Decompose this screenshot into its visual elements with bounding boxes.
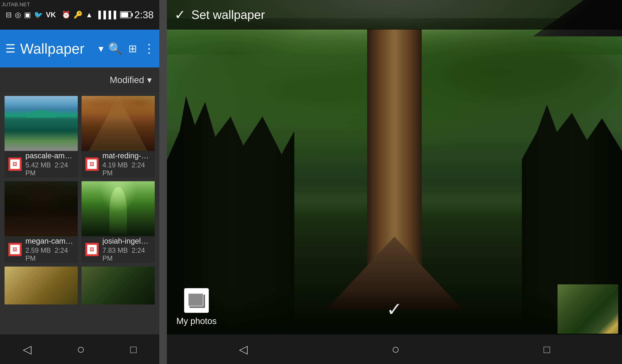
file-info-2: megan-campa... 2.59 MB 2:24 PM	[25, 237, 74, 262]
file-footer-1: 🖼 mat-reding-140... 4.19 MB 2:24 PM	[81, 151, 155, 177]
alarm-icon: ⏰	[62, 11, 71, 19]
right-nav-bar: ◁ ○ □	[167, 334, 622, 364]
my-photos-button[interactable]: My photos	[176, 288, 216, 326]
home-button[interactable]: ○	[77, 342, 85, 357]
file-name-1: mat-reding-140...	[102, 152, 151, 160]
file-name-0: pascale-amez-...	[25, 152, 74, 160]
hamburger-menu-icon[interactable]: ☰	[5, 42, 16, 55]
key-icon: 🔑	[74, 11, 82, 19]
voicemail-icon: ⊟	[6, 11, 12, 19]
focus-icon: ◎	[15, 11, 21, 19]
right-panel: ✓ Set wallpaper	[167, 0, 622, 364]
file-info-1: mat-reding-140... 4.19 MB 2:24 PM	[102, 152, 151, 177]
grid-view-icon[interactable]: ⊞	[128, 43, 137, 55]
app-bar: ☰ Wallpaper ▾ 🔍 ⊞ ⋮	[0, 30, 159, 67]
dropdown-icon[interactable]: ▾	[98, 43, 103, 55]
vk-icon: VK	[46, 11, 56, 19]
sort-bar: Modified ▾	[0, 67, 159, 92]
recents-button[interactable]: □	[130, 343, 137, 355]
status-bar-left: JUTAB.NET ⊟ ◎ ▣ 🐦 VK	[6, 11, 56, 19]
thumbnail-image	[558, 284, 618, 334]
right-recents-button[interactable]: □	[544, 343, 550, 355]
left-panel: JUTAB.NET ⊟ ◎ ▣ 🐦 VK ⏰ 🔑 ▲ ▐▐▐▐ 2:38 ☰ W…	[0, 0, 159, 364]
file-footer-3: 🖼 josiah-ingels-1... 7.83 MB 2:24 PM	[81, 236, 155, 263]
back-button[interactable]: ◁	[23, 343, 32, 356]
file-type-icon-1: 🖼	[85, 157, 99, 171]
file-item-0[interactable]: 🖼 pascale-amez-... 5.42 MB 2:24 PM	[4, 96, 78, 177]
my-photos-label: My photos	[176, 316, 216, 326]
file-info-3: josiah-ingels-1... 7.83 MB 2:24 PM	[102, 237, 151, 262]
selection-check-icon: ✓	[387, 299, 402, 320]
file-item-3[interactable]: 🖼 josiah-ingels-1... 7.83 MB 2:24 PM	[81, 181, 155, 263]
file-type-icon-3: 🖼	[85, 243, 99, 256]
confirm-check-icon[interactable]: ✓	[175, 7, 186, 22]
file-footer-2: 🖼 megan-campa... 2.59 MB 2:24 PM	[4, 236, 78, 263]
wallpaper-image-preview: My photos ✓	[167, 0, 622, 364]
file-grid: 🖼 pascale-amez-... 5.42 MB 2:24 PM	[0, 92, 159, 334]
file-grid-inner: 🖼 pascale-amez-... 5.42 MB 2:24 PM	[4, 96, 155, 305]
signal-icon: ▐▐▐▐	[96, 11, 116, 19]
sort-dropdown-icon[interactable]: ▾	[147, 75, 152, 85]
file-item-5[interactable]	[81, 267, 155, 305]
set-wallpaper-text[interactable]: Set wallpaper	[191, 8, 265, 22]
my-photos-icon	[184, 288, 209, 313]
file-thumbnail-5	[81, 267, 155, 305]
wifi-icon: ▲	[85, 11, 93, 19]
file-info-0: pascale-amez-... 5.42 MB 2:24 PM	[25, 152, 74, 177]
file-meta-3: 7.83 MB 2:24 PM	[102, 247, 151, 262]
file-meta-2: 2.59 MB 2:24 PM	[25, 247, 74, 262]
gallery-icon: ▣	[24, 11, 31, 19]
file-thumbnail-1	[81, 96, 155, 151]
file-item-1[interactable]: 🖼 mat-reding-140... 4.19 MB 2:24 PM	[81, 96, 155, 177]
sort-label[interactable]: Modified	[110, 75, 144, 85]
file-name-3: josiah-ingels-1...	[102, 237, 151, 245]
left-nav-bar: ◁ ○ □	[0, 334, 159, 364]
twitter-icon: 🐦	[34, 11, 43, 19]
file-meta-1: 4.19 MB 2:24 PM	[102, 161, 151, 177]
file-name-2: megan-campa...	[25, 237, 74, 245]
search-icon[interactable]: 🔍	[108, 42, 122, 55]
file-thumbnail-3	[81, 181, 155, 236]
file-type-icon-2: 🖼	[8, 243, 22, 256]
file-thumbnail-4	[4, 267, 78, 305]
watermark: JUTAB.NET	[1, 1, 30, 8]
status-time: 2:38	[135, 9, 154, 20]
thumbnail-preview[interactable]	[558, 284, 618, 334]
status-bar-right: ⏰ 🔑 ▲ ▐▐▐▐ 2:38	[62, 9, 154, 20]
file-footer-0: 🖼 pascale-amez-... 5.42 MB 2:24 PM	[4, 151, 78, 177]
file-item-4[interactable]	[4, 267, 78, 305]
file-item-2[interactable]: 🖼 megan-campa... 2.59 MB 2:24 PM	[4, 181, 78, 263]
status-bar: JUTAB.NET ⊟ ◎ ▣ 🐦 VK ⏰ 🔑 ▲ ▐▐▐▐ 2:38	[0, 0, 159, 30]
right-home-button[interactable]: ○	[392, 342, 400, 357]
app-bar-actions: 🔍 ⊞ ⋮	[108, 41, 154, 56]
more-options-icon[interactable]: ⋮	[143, 41, 154, 56]
panel-separator	[159, 0, 167, 364]
file-thumbnail-0	[4, 96, 78, 151]
selection-checkmark: ✓	[387, 298, 402, 320]
battery-icon	[120, 11, 131, 18]
app-title: Wallpaper	[20, 40, 94, 57]
right-back-button[interactable]: ◁	[239, 343, 248, 356]
file-thumbnail-2	[4, 181, 78, 236]
set-wallpaper-bar: ✓ Set wallpaper	[167, 0, 622, 30]
file-type-icon-0: 🖼	[8, 157, 22, 171]
file-meta-0: 5.42 MB 2:24 PM	[25, 161, 74, 177]
